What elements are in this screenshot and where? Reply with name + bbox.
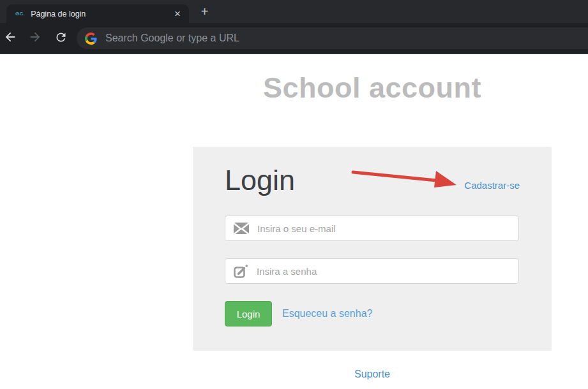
address-bar[interactable] [77,27,588,49]
url-search-input[interactable] [104,32,588,45]
new-tab-button[interactable]: + [196,4,213,20]
tab-strip: GC. Página de login × + [0,0,588,23]
annotation-arrow-icon [348,166,460,193]
support-link[interactable]: Suporte [193,369,552,380]
page-title: School account [193,72,552,104]
login-card-title: Login [225,165,295,196]
forward-button[interactable] [26,29,45,48]
login-button[interactable]: Login [225,301,272,327]
browser-toolbar [0,23,588,54]
browser-tab[interactable]: GC. Página de login × [6,4,189,23]
login-card: Login Cadastrar-se [193,147,552,351]
google-logo-icon [85,33,97,45]
site-favicon-icon: GC. [15,11,25,17]
tab-title: Página de login [31,10,172,18]
password-field[interactable] [225,258,519,284]
back-button[interactable] [1,29,20,48]
back-arrow-icon [3,30,17,47]
email-input[interactable] [256,223,518,235]
forward-arrow-icon [28,30,42,47]
email-field[interactable] [225,216,519,241]
password-input[interactable] [255,265,518,277]
content-column: School account Login Cadastrar-se [193,55,552,104]
forgot-password-link[interactable]: Esqueceu a senha? [282,308,372,319]
tab-close-icon[interactable]: × [172,8,183,19]
reload-icon [54,31,68,47]
edit-pencil-icon [234,264,248,279]
reload-button[interactable] [51,29,70,48]
envelope-icon [234,223,249,234]
register-link[interactable]: Cadastrar-se [464,180,520,191]
page-body: School account Login Cadastrar-se [0,55,588,389]
